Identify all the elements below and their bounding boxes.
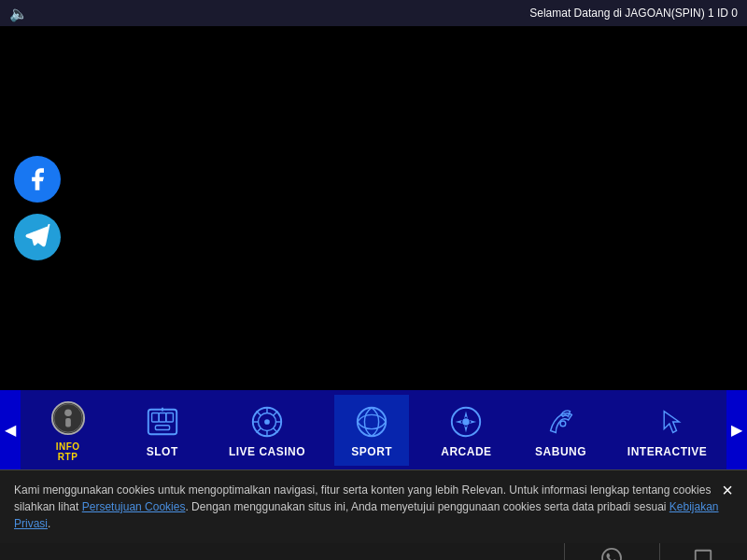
cookie-notice: × Kami menggunakan cookies untuk mengopt…	[0, 469, 747, 543]
interactive-label: INTERACTIVE	[627, 445, 708, 458]
left-arrow-button[interactable]: ◀	[0, 390, 21, 469]
svg-line-19	[274, 411, 278, 415]
nav-items: INFO RTP SLOT	[21, 390, 726, 469]
telegram-button[interactable]	[14, 214, 61, 260]
sabung-icon	[542, 402, 581, 441]
livechat-icon	[693, 548, 713, 560]
svg-rect-8	[155, 425, 169, 429]
rtp-label: RTP	[58, 452, 78, 462]
sabung-label: SABUNG	[535, 445, 586, 458]
info-rtp-icon	[49, 399, 88, 438]
action-bar: WHATSAPP LIVECHAT	[0, 543, 747, 560]
top-bar: 🔈 Selamat Datang di JAGOAN(SPIN) 1 ID 0	[0, 0, 747, 26]
nav-item-sport[interactable]: SPORT	[334, 395, 409, 466]
arcade-label: ARCADE	[441, 445, 491, 458]
livechat-button[interactable]: LIVECHAT	[659, 543, 747, 560]
svg-line-17	[257, 411, 261, 415]
svg-rect-2	[65, 418, 71, 427]
nav-item-info-rtp[interactable]: INFO RTP	[31, 391, 106, 469]
svg-rect-6	[159, 413, 166, 422]
nav-item-slot[interactable]: SLOT	[125, 395, 200, 466]
sport-label: SPORT	[351, 445, 392, 458]
sport-icon	[352, 402, 391, 441]
whatsapp-button[interactable]: WHATSAPP	[564, 543, 658, 560]
close-cookie-button[interactable]: ×	[722, 480, 733, 501]
svg-line-20	[257, 427, 261, 432]
cookie-link1[interactable]: Persetujuan Cookies	[82, 500, 186, 513]
svg-rect-5	[151, 413, 159, 422]
nav-item-live-casino[interactable]: LIVE CASINO	[219, 395, 315, 466]
svg-point-1	[64, 409, 72, 416]
right-arrow-button[interactable]: ▶	[726, 390, 747, 469]
main-content	[0, 26, 747, 390]
svg-point-21	[358, 407, 386, 435]
svg-point-12	[264, 419, 270, 425]
info-label: INFO	[56, 441, 80, 452]
svg-rect-7	[166, 413, 174, 422]
nav-bar: ◀ INFO RTP	[0, 390, 747, 469]
live-casino-icon	[247, 402, 287, 441]
nav-item-arcade[interactable]: ARCADE	[429, 395, 503, 466]
svg-point-23	[463, 418, 471, 426]
slot-label: SLOT	[147, 445, 178, 458]
volume-icon[interactable]: 🔈	[9, 5, 28, 22]
marquee-text: Selamat Datang di JAGOAN(SPIN) 1 ID 0	[529, 7, 738, 20]
svg-line-18	[274, 427, 278, 432]
svg-point-24	[560, 421, 566, 427]
facebook-button[interactable]	[14, 156, 61, 203]
cookie-text: Kami menggunakan cookies untuk mengoptim…	[14, 482, 733, 532]
arcade-icon	[446, 402, 486, 441]
slot-icon	[143, 402, 182, 441]
social-icons	[14, 156, 61, 260]
nav-item-sabung[interactable]: SABUNG	[524, 395, 599, 466]
nav-item-interactive[interactable]: INTERACTIVE	[618, 395, 717, 466]
interactive-icon	[648, 402, 687, 441]
whatsapp-icon	[601, 548, 622, 560]
live-casino-label: LIVE CASINO	[229, 445, 305, 458]
